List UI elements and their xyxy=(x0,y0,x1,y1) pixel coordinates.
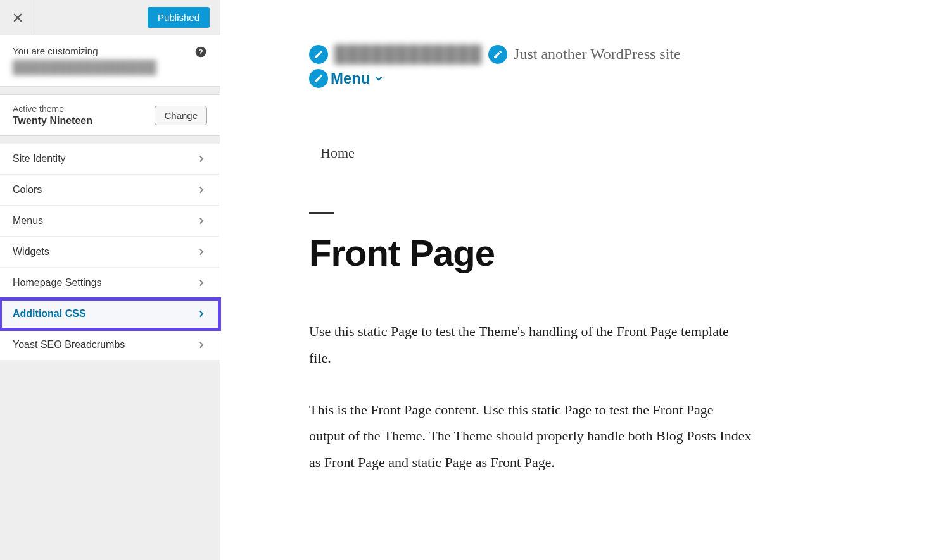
customizing-block: You are customizing ████████████████ ? xyxy=(0,35,220,87)
section-label: Homepage Settings xyxy=(13,277,102,289)
help-icon[interactable]: ? xyxy=(194,46,207,58)
preview-pane: ████████████ Just another WordPress site… xyxy=(220,0,950,560)
pencil-icon xyxy=(314,49,324,59)
breadcrumb: Home xyxy=(320,145,912,161)
chevron-right-icon xyxy=(196,153,207,165)
chevron-right-icon xyxy=(196,215,207,227)
chevron-right-icon xyxy=(196,277,207,289)
chevron-right-icon xyxy=(196,339,207,351)
customizing-label: You are customizing xyxy=(13,46,207,56)
edit-menu-button[interactable] xyxy=(309,69,328,88)
section-homepage-settings[interactable]: Homepage Settings xyxy=(0,268,220,299)
pencil-icon xyxy=(314,73,324,84)
publish-button[interactable]: Published xyxy=(148,7,210,28)
section-label: Additional CSS xyxy=(13,308,86,320)
chevron-right-icon xyxy=(196,246,207,258)
section-colors[interactable]: Colors xyxy=(0,175,220,206)
customizer-sidebar: Published You are customizing ██████████… xyxy=(0,0,220,560)
section-label: Site Identity xyxy=(13,153,66,165)
section-widgets[interactable]: Widgets xyxy=(0,237,220,268)
section-menus[interactable]: Menus xyxy=(0,206,220,237)
preview-menu-row: Menu xyxy=(309,69,912,88)
sidebar-topbar: Published xyxy=(0,0,220,35)
page-title: Front Page xyxy=(309,232,912,274)
section-label: Colors xyxy=(13,184,42,196)
chevron-right-icon xyxy=(196,308,207,320)
section-additional-css[interactable]: Additional CSS xyxy=(0,299,220,330)
pencil-icon xyxy=(493,49,503,59)
change-theme-button[interactable]: Change xyxy=(155,106,207,125)
section-yoast-breadcrumbs[interactable]: Yoast SEO Breadcrumbs xyxy=(0,330,220,361)
active-theme-label: Active theme xyxy=(13,104,92,114)
section-site-identity[interactable]: Site Identity xyxy=(0,144,220,175)
edit-tagline-button[interactable] xyxy=(488,45,507,64)
theme-name: Twenty Nineteen xyxy=(13,115,92,127)
section-label: Menus xyxy=(13,215,43,227)
title-divider xyxy=(309,212,334,214)
site-title-blurred: ████████████ xyxy=(334,44,482,64)
customizer-sections: Site Identity Colors Menus Widgets Homep… xyxy=(0,144,220,361)
preview-header: ████████████ Just another WordPress site xyxy=(309,44,912,64)
svg-text:?: ? xyxy=(198,47,203,56)
site-name-blurred: ████████████████ xyxy=(13,60,207,75)
active-theme-block: Active theme Twenty Nineteen Change xyxy=(0,94,220,136)
section-label: Widgets xyxy=(13,246,49,258)
chevron-down-icon xyxy=(373,73,384,84)
close-icon xyxy=(11,11,24,24)
chevron-right-icon xyxy=(196,184,207,196)
close-button[interactable] xyxy=(0,0,35,35)
section-label: Yoast SEO Breadcrumbs xyxy=(13,339,125,351)
site-tagline: Just another WordPress site xyxy=(514,46,681,63)
content-paragraph: Use this static Page to test the Theme's… xyxy=(309,318,752,371)
menu-toggle[interactable]: Menu xyxy=(331,70,370,87)
edit-site-title-button[interactable] xyxy=(309,45,328,64)
content-paragraph: This is the Front Page content. Use this… xyxy=(309,397,752,476)
